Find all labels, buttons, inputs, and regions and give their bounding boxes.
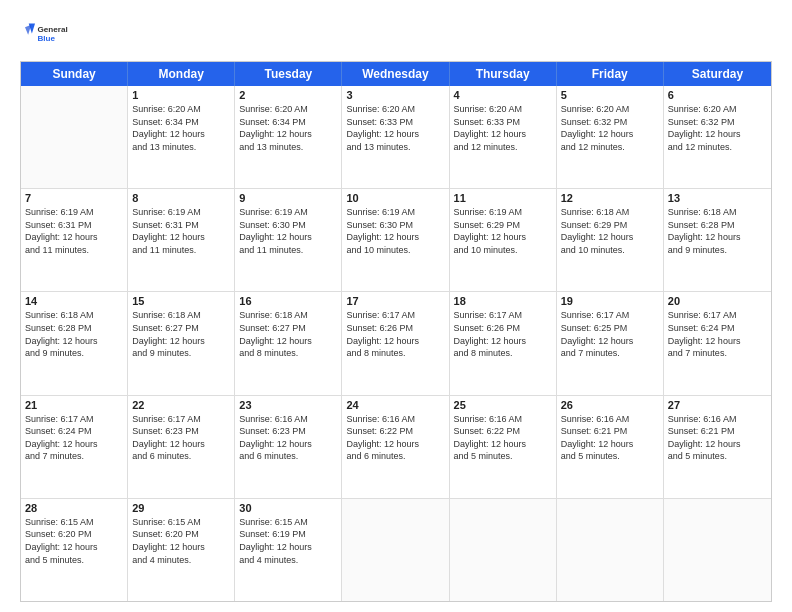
sunset-line: Sunset: 6:25 PM <box>561 322 659 335</box>
cal-cell: 10 Sunrise: 6:19 AM Sunset: 6:30 PM Dayl… <box>342 189 449 291</box>
cal-header-monday: Monday <box>128 62 235 86</box>
cal-cell: 15 Sunrise: 6:18 AM Sunset: 6:27 PM Dayl… <box>128 292 235 394</box>
daylight-label: Daylight: 12 hours <box>239 335 337 348</box>
day-number: 1 <box>132 89 230 101</box>
sunrise-line: Sunrise: 6:16 AM <box>346 413 444 426</box>
sunset-line: Sunset: 6:29 PM <box>454 219 552 232</box>
daylight-label: Daylight: 12 hours <box>239 128 337 141</box>
daylight-label: Daylight: 12 hours <box>668 438 767 451</box>
sunset-line: Sunset: 6:31 PM <box>132 219 230 232</box>
sunrise-line: Sunrise: 6:19 AM <box>25 206 123 219</box>
cal-week-5: 28 Sunrise: 6:15 AM Sunset: 6:20 PM Dayl… <box>21 499 771 601</box>
header: General Blue <box>20 15 772 53</box>
sunset-line: Sunset: 6:26 PM <box>454 322 552 335</box>
sunrise-line: Sunrise: 6:19 AM <box>239 206 337 219</box>
calendar-body: 1 Sunrise: 6:20 AM Sunset: 6:34 PM Dayli… <box>21 86 771 601</box>
daylight-minutes: and 11 minutes. <box>239 244 337 257</box>
cal-cell: 19 Sunrise: 6:17 AM Sunset: 6:25 PM Dayl… <box>557 292 664 394</box>
daylight-minutes: and 7 minutes. <box>561 347 659 360</box>
daylight-label: Daylight: 12 hours <box>239 541 337 554</box>
day-number: 8 <box>132 192 230 204</box>
cal-cell: 23 Sunrise: 6:16 AM Sunset: 6:23 PM Dayl… <box>235 396 342 498</box>
sunset-line: Sunset: 6:33 PM <box>346 116 444 129</box>
day-number: 30 <box>239 502 337 514</box>
day-number: 6 <box>668 89 767 101</box>
cal-cell: 26 Sunrise: 6:16 AM Sunset: 6:21 PM Dayl… <box>557 396 664 498</box>
daylight-minutes: and 5 minutes. <box>668 450 767 463</box>
sunset-line: Sunset: 6:32 PM <box>561 116 659 129</box>
sunrise-line: Sunrise: 6:16 AM <box>561 413 659 426</box>
cal-header-thursday: Thursday <box>450 62 557 86</box>
daylight-minutes: and 13 minutes. <box>132 141 230 154</box>
cal-header-sunday: Sunday <box>21 62 128 86</box>
day-number: 17 <box>346 295 444 307</box>
sunrise-line: Sunrise: 6:17 AM <box>454 309 552 322</box>
daylight-label: Daylight: 12 hours <box>25 335 123 348</box>
sunset-line: Sunset: 6:23 PM <box>239 425 337 438</box>
cal-cell: 28 Sunrise: 6:15 AM Sunset: 6:20 PM Dayl… <box>21 499 128 601</box>
cal-cell: 12 Sunrise: 6:18 AM Sunset: 6:29 PM Dayl… <box>557 189 664 291</box>
daylight-label: Daylight: 12 hours <box>454 128 552 141</box>
sunrise-line: Sunrise: 6:20 AM <box>346 103 444 116</box>
sunset-line: Sunset: 6:30 PM <box>346 219 444 232</box>
cal-header-wednesday: Wednesday <box>342 62 449 86</box>
sunrise-line: Sunrise: 6:18 AM <box>668 206 767 219</box>
sunrise-line: Sunrise: 6:19 AM <box>454 206 552 219</box>
sunrise-line: Sunrise: 6:17 AM <box>561 309 659 322</box>
sunrise-line: Sunrise: 6:16 AM <box>239 413 337 426</box>
daylight-minutes: and 12 minutes. <box>561 141 659 154</box>
daylight-minutes: and 11 minutes. <box>132 244 230 257</box>
cal-cell: 29 Sunrise: 6:15 AM Sunset: 6:20 PM Dayl… <box>128 499 235 601</box>
sunset-line: Sunset: 6:28 PM <box>668 219 767 232</box>
daylight-minutes: and 8 minutes. <box>239 347 337 360</box>
daylight-minutes: and 8 minutes. <box>454 347 552 360</box>
cal-cell: 24 Sunrise: 6:16 AM Sunset: 6:22 PM Dayl… <box>342 396 449 498</box>
cal-cell <box>557 499 664 601</box>
sunrise-line: Sunrise: 6:16 AM <box>668 413 767 426</box>
daylight-minutes: and 10 minutes. <box>454 244 552 257</box>
day-number: 12 <box>561 192 659 204</box>
day-number: 27 <box>668 399 767 411</box>
day-number: 13 <box>668 192 767 204</box>
sunset-line: Sunset: 6:24 PM <box>25 425 123 438</box>
cal-cell: 6 Sunrise: 6:20 AM Sunset: 6:32 PM Dayli… <box>664 86 771 188</box>
cal-week-3: 14 Sunrise: 6:18 AM Sunset: 6:28 PM Dayl… <box>21 292 771 395</box>
daylight-minutes: and 12 minutes. <box>454 141 552 154</box>
cal-cell: 18 Sunrise: 6:17 AM Sunset: 6:26 PM Dayl… <box>450 292 557 394</box>
daylight-minutes: and 5 minutes. <box>454 450 552 463</box>
sunset-line: Sunset: 6:21 PM <box>668 425 767 438</box>
sunset-line: Sunset: 6:32 PM <box>668 116 767 129</box>
daylight-minutes: and 6 minutes. <box>239 450 337 463</box>
cal-week-4: 21 Sunrise: 6:17 AM Sunset: 6:24 PM Dayl… <box>21 396 771 499</box>
daylight-label: Daylight: 12 hours <box>132 128 230 141</box>
svg-text:Blue: Blue <box>38 34 56 43</box>
sunset-line: Sunset: 6:31 PM <box>25 219 123 232</box>
sunset-line: Sunset: 6:19 PM <box>239 528 337 541</box>
daylight-label: Daylight: 12 hours <box>668 231 767 244</box>
logo-svg: General Blue <box>20 15 70 53</box>
daylight-label: Daylight: 12 hours <box>561 231 659 244</box>
day-number: 3 <box>346 89 444 101</box>
day-number: 9 <box>239 192 337 204</box>
sunset-line: Sunset: 6:20 PM <box>25 528 123 541</box>
daylight-minutes: and 9 minutes. <box>132 347 230 360</box>
daylight-label: Daylight: 12 hours <box>239 231 337 244</box>
sunset-line: Sunset: 6:20 PM <box>132 528 230 541</box>
sunset-line: Sunset: 6:24 PM <box>668 322 767 335</box>
daylight-label: Daylight: 12 hours <box>25 231 123 244</box>
day-number: 20 <box>668 295 767 307</box>
daylight-label: Daylight: 12 hours <box>132 541 230 554</box>
sunset-line: Sunset: 6:34 PM <box>239 116 337 129</box>
daylight-minutes: and 4 minutes. <box>239 554 337 567</box>
daylight-minutes: and 9 minutes. <box>668 244 767 257</box>
day-number: 24 <box>346 399 444 411</box>
sunrise-line: Sunrise: 6:15 AM <box>239 516 337 529</box>
daylight-label: Daylight: 12 hours <box>25 541 123 554</box>
daylight-minutes: and 11 minutes. <box>25 244 123 257</box>
cal-week-1: 1 Sunrise: 6:20 AM Sunset: 6:34 PM Dayli… <box>21 86 771 189</box>
cal-cell: 5 Sunrise: 6:20 AM Sunset: 6:32 PM Dayli… <box>557 86 664 188</box>
sunrise-line: Sunrise: 6:20 AM <box>239 103 337 116</box>
day-number: 15 <box>132 295 230 307</box>
cal-header-saturday: Saturday <box>664 62 771 86</box>
daylight-label: Daylight: 12 hours <box>454 438 552 451</box>
